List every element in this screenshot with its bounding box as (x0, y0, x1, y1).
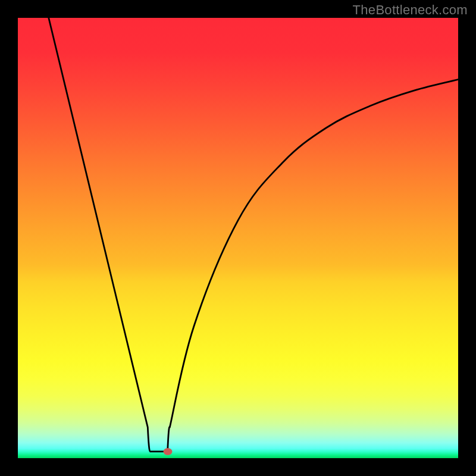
plot-area (18, 18, 458, 458)
curve-path (49, 18, 458, 452)
watermark-label: TheBottleneck.com (353, 2, 468, 18)
chart-frame: TheBottleneck.com (0, 0, 476, 476)
minimum-marker (163, 448, 172, 455)
curve-svg (18, 18, 458, 458)
